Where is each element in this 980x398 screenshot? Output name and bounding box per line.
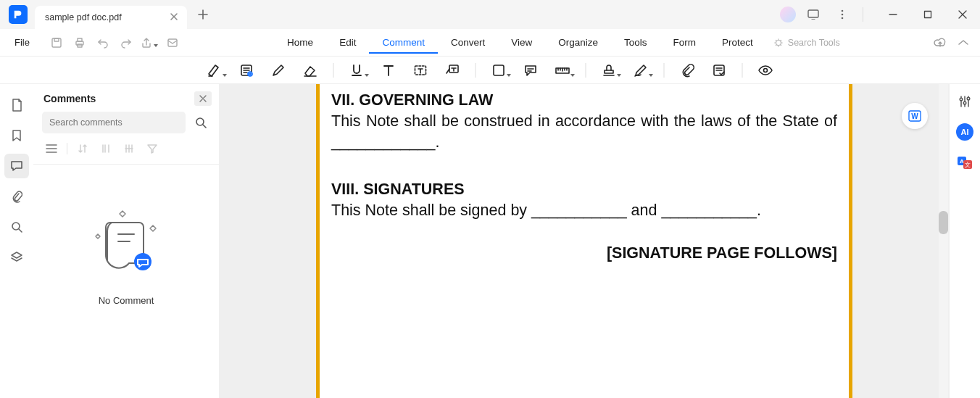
svg-rect-18 bbox=[494, 65, 504, 75]
underline-tool[interactable] bbox=[341, 59, 372, 81]
close-icon[interactable] bbox=[170, 12, 180, 22]
comments-title: Comments bbox=[43, 93, 96, 104]
svg-rect-0 bbox=[808, 10, 818, 17]
avatar[interactable] bbox=[780, 7, 796, 22]
menu-protect[interactable]: Protect bbox=[709, 31, 766, 54]
svg-text:W: W bbox=[911, 112, 918, 120]
save-icon[interactable] bbox=[47, 33, 66, 52]
main-menu: Home Edit Comment Convert View Organize … bbox=[182, 31, 932, 54]
svg-rect-8 bbox=[78, 38, 82, 41]
comments-empty-text: No Comment bbox=[99, 295, 154, 306]
svg-point-35 bbox=[967, 97, 970, 100]
layers-icon[interactable] bbox=[4, 245, 29, 270]
convert-to-word-button[interactable]: W bbox=[902, 103, 928, 129]
expand-icon[interactable] bbox=[98, 141, 114, 157]
svg-rect-4 bbox=[925, 12, 931, 18]
maximize-button[interactable] bbox=[913, 4, 942, 25]
vertical-scrollbar-thumb[interactable] bbox=[939, 211, 948, 234]
doc-paragraph-8: This Note shall be signed by ___________… bbox=[331, 200, 837, 221]
close-button[interactable] bbox=[948, 4, 977, 25]
settings-sliders-icon[interactable] bbox=[955, 91, 975, 112]
textbox-tool[interactable] bbox=[405, 59, 436, 81]
feedback-icon[interactable] bbox=[802, 4, 825, 25]
email-icon[interactable] bbox=[163, 33, 182, 52]
menu-view[interactable]: View bbox=[498, 31, 545, 54]
doc-heading-8: VIII. SIGNATURES bbox=[331, 179, 837, 200]
svg-point-3 bbox=[842, 17, 844, 20]
menu-form[interactable]: Form bbox=[660, 31, 710, 54]
menu-home[interactable]: Home bbox=[274, 31, 326, 54]
svg-point-33 bbox=[960, 98, 963, 101]
search-rail-icon[interactable] bbox=[4, 215, 29, 239]
measure-tool[interactable] bbox=[547, 59, 578, 81]
menu-convert[interactable]: Convert bbox=[438, 31, 498, 54]
bookmarks-icon[interactable] bbox=[4, 123, 29, 148]
filter-icon[interactable] bbox=[144, 141, 160, 157]
highlight-tool[interactable] bbox=[199, 59, 230, 81]
right-rail: AI A文 bbox=[950, 84, 980, 398]
document-canvas[interactable]: VII. GOVERNING LAW This Note shall be co… bbox=[219, 84, 950, 398]
minimize-button[interactable] bbox=[879, 4, 908, 25]
comment-bubble-tool[interactable] bbox=[515, 59, 546, 81]
text-tool[interactable] bbox=[373, 59, 404, 81]
form-note-tool[interactable] bbox=[704, 59, 734, 81]
search-tools-label: Search Tools bbox=[788, 38, 840, 48]
doc-heading-7: VII. GOVERNING LAW bbox=[331, 90, 837, 111]
more-icon[interactable] bbox=[831, 4, 854, 25]
pdf-page: VII. GOVERNING LAW This Note shall be co… bbox=[316, 84, 852, 398]
svg-point-34 bbox=[963, 101, 966, 104]
comments-search-input[interactable] bbox=[42, 112, 186, 133]
svg-point-25 bbox=[764, 68, 768, 72]
svg-rect-21 bbox=[605, 70, 613, 73]
svg-point-2 bbox=[842, 14, 844, 16]
tab-document[interactable]: sample pdf doc.pdf bbox=[35, 6, 187, 29]
doc-paragraph-7: This Note shall be construed in accordan… bbox=[331, 111, 837, 153]
stamp-tool[interactable] bbox=[594, 59, 624, 81]
translate-icon[interactable]: A文 bbox=[955, 152, 975, 173]
collapse-ribbon-icon[interactable] bbox=[955, 35, 971, 51]
shape-tool[interactable] bbox=[483, 59, 514, 81]
left-rail bbox=[0, 84, 33, 398]
note-tool[interactable] bbox=[231, 59, 262, 81]
print-icon[interactable] bbox=[70, 33, 89, 52]
menu-comment[interactable]: Comment bbox=[369, 31, 438, 54]
share-icon[interactable] bbox=[140, 33, 159, 52]
svg-text:文: 文 bbox=[965, 162, 971, 168]
comment-panel-tools bbox=[33, 133, 219, 164]
svg-rect-6 bbox=[54, 38, 59, 41]
undo-icon[interactable] bbox=[94, 33, 112, 52]
redo-icon[interactable] bbox=[117, 33, 136, 52]
doc-signature-follows: [SIGNATURE PAGE FOLLOWS] bbox=[331, 243, 837, 264]
signature-tool[interactable] bbox=[626, 59, 656, 81]
vertical-scrollbar-track[interactable] bbox=[939, 84, 948, 398]
eraser-tool[interactable] bbox=[295, 59, 325, 81]
menubar: File Home Edit Comment Convert View Orga… bbox=[0, 29, 980, 57]
titlebar: sample pdf doc.pdf bbox=[0, 0, 980, 29]
menu-tools[interactable]: Tools bbox=[611, 31, 660, 54]
menu-organize[interactable]: Organize bbox=[545, 31, 611, 54]
menu-edit[interactable]: Edit bbox=[326, 31, 369, 54]
svg-rect-10 bbox=[168, 39, 177, 46]
empty-illustration-icon bbox=[86, 208, 166, 281]
cloud-icon[interactable] bbox=[932, 35, 948, 51]
sort-icon[interactable] bbox=[75, 141, 91, 157]
new-tab-button[interactable] bbox=[193, 4, 213, 25]
collapse-icon[interactable] bbox=[121, 141, 137, 157]
attachments-rail-icon[interactable] bbox=[4, 184, 29, 209]
attachment-tool[interactable] bbox=[672, 59, 702, 81]
thumbnails-icon[interactable] bbox=[4, 93, 29, 117]
panel-close-icon[interactable] bbox=[194, 91, 212, 106]
hide-comments-tool[interactable] bbox=[750, 59, 781, 81]
comments-rail-icon[interactable] bbox=[4, 154, 29, 178]
pencil-tool[interactable] bbox=[263, 59, 294, 81]
menu-file[interactable]: File bbox=[9, 37, 36, 48]
tab-label: sample pdf doc.pdf bbox=[45, 12, 122, 22]
comment-toolbar bbox=[0, 57, 980, 84]
search-icon[interactable] bbox=[191, 113, 210, 132]
search-tools[interactable]: Search Tools bbox=[773, 38, 840, 48]
svg-point-1 bbox=[842, 10, 844, 12]
svg-point-30 bbox=[134, 253, 151, 270]
ai-assistant-icon[interactable]: AI bbox=[955, 122, 975, 142]
callout-tool[interactable] bbox=[437, 59, 468, 81]
list-view-icon[interactable] bbox=[43, 141, 59, 157]
